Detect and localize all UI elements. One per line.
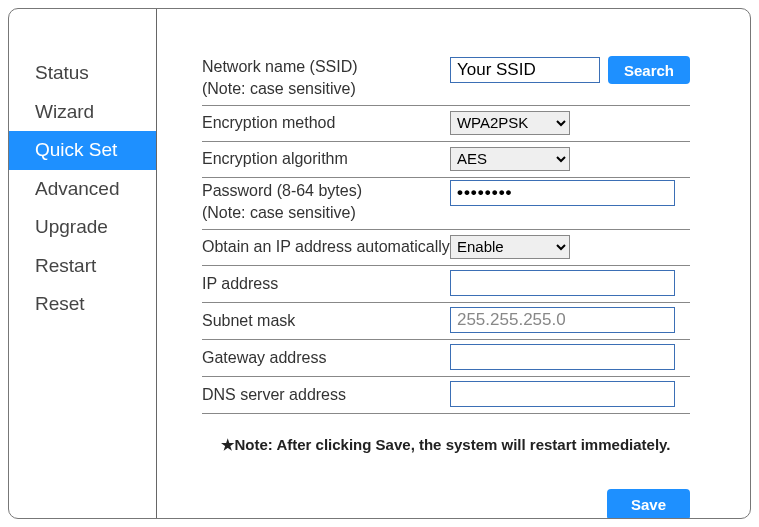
label-mask: Subnet mask bbox=[202, 310, 450, 332]
dns-input[interactable] bbox=[450, 381, 675, 407]
settings-panel: Status Wizard Quick Set Advanced Upgrade… bbox=[8, 8, 751, 519]
label-ssid-note: (Note: case sensitive) bbox=[202, 78, 450, 100]
sidebar-item-quick-set[interactable]: Quick Set bbox=[9, 131, 156, 170]
row-enc-algo: Encryption algorithm AES bbox=[202, 142, 690, 178]
label-password: Password (8-64 bytes) (Note: case sensit… bbox=[202, 180, 450, 223]
mask-input[interactable] bbox=[450, 307, 675, 333]
row-ip: IP address bbox=[202, 266, 690, 303]
row-enc-method: Encryption method WPA2PSK bbox=[202, 106, 690, 142]
save-button[interactable]: Save bbox=[607, 489, 690, 519]
sidebar-item-restart[interactable]: Restart bbox=[9, 247, 156, 286]
sidebar-item-advanced[interactable]: Advanced bbox=[9, 170, 156, 209]
main-form: Network name (SSID) (Note: case sensitiv… bbox=[157, 9, 750, 518]
enc-algo-select[interactable]: AES bbox=[450, 147, 570, 171]
row-dns: DNS server address bbox=[202, 377, 690, 414]
password-input[interactable] bbox=[450, 180, 675, 206]
label-password-note: (Note: case sensitive) bbox=[202, 202, 450, 224]
label-gateway: Gateway address bbox=[202, 347, 450, 369]
label-dns: DNS server address bbox=[202, 384, 450, 406]
row-dhcp: Obtain an IP address automatically Enabl… bbox=[202, 230, 690, 266]
label-dhcp: Obtain an IP address automatically bbox=[202, 236, 450, 258]
sidebar: Status Wizard Quick Set Advanced Upgrade… bbox=[9, 9, 157, 518]
sidebar-item-wizard[interactable]: Wizard bbox=[9, 93, 156, 132]
ssid-input[interactable] bbox=[450, 57, 600, 83]
row-gateway: Gateway address bbox=[202, 340, 690, 377]
sidebar-item-upgrade[interactable]: Upgrade bbox=[9, 208, 156, 247]
search-button[interactable]: Search bbox=[608, 56, 690, 84]
label-ip: IP address bbox=[202, 273, 450, 295]
label-password-text: Password (8-64 bytes) bbox=[202, 180, 450, 202]
label-enc-method: Encryption method bbox=[202, 112, 450, 134]
ip-input[interactable] bbox=[450, 270, 675, 296]
gateway-input[interactable] bbox=[450, 344, 675, 370]
label-ssid: Network name (SSID) (Note: case sensitiv… bbox=[202, 56, 450, 99]
restart-note: ★Note: After clicking Save, the system w… bbox=[202, 436, 690, 454]
sidebar-item-reset[interactable]: Reset bbox=[9, 285, 156, 324]
label-ssid-text: Network name (SSID) bbox=[202, 56, 450, 78]
row-password: Password (8-64 bytes) (Note: case sensit… bbox=[202, 178, 690, 230]
enc-method-select[interactable]: WPA2PSK bbox=[450, 111, 570, 135]
dhcp-select[interactable]: Enable bbox=[450, 235, 570, 259]
row-mask: Subnet mask bbox=[202, 303, 690, 340]
sidebar-item-status[interactable]: Status bbox=[9, 54, 156, 93]
label-enc-algo: Encryption algorithm bbox=[202, 148, 450, 170]
row-ssid: Network name (SSID) (Note: case sensitiv… bbox=[202, 54, 690, 106]
